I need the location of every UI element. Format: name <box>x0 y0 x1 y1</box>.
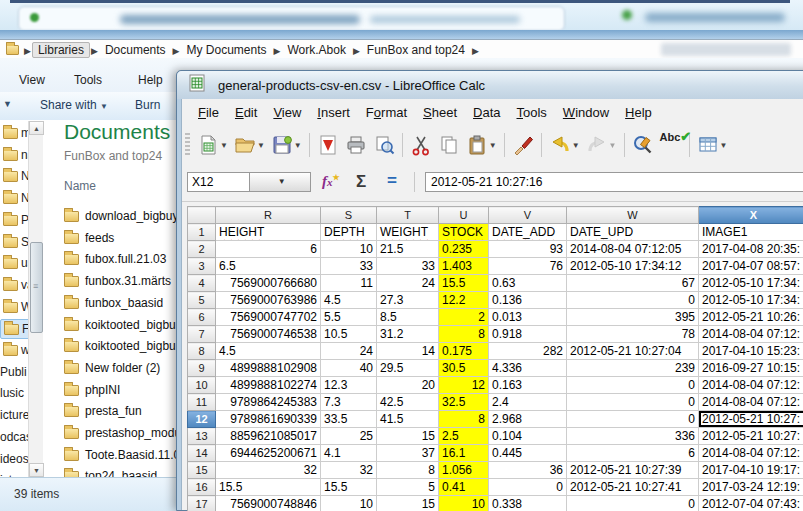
cell-U10[interactable]: 12 <box>439 377 489 394</box>
cell-W1[interactable]: DATE_UPD <box>567 224 699 241</box>
menu-format[interactable]: Format <box>358 102 415 123</box>
cell-U13[interactable]: 2.5 <box>439 428 489 445</box>
breadcrumb-arrow-icon[interactable]: ▶ <box>172 46 181 56</box>
breadcrumb-segment[interactable]: Documents <box>99 43 172 57</box>
cell-U17[interactable]: 10 <box>439 496 489 511</box>
cell-V1[interactable]: DATE_ADD <box>489 224 567 241</box>
breadcrumb-arrow-icon[interactable]: ▶ <box>23 46 32 56</box>
cell-X16[interactable]: 2017-03-24 12:19: <box>699 479 803 496</box>
scroll-down-icon[interactable]: ▼ <box>29 463 44 477</box>
cell-V10[interactable]: 0.163 <box>489 377 567 394</box>
cell-S10[interactable]: 12.3 <box>321 377 377 394</box>
cell-R9[interactable]: 4899888102908 <box>216 360 321 377</box>
breadcrumb-segment[interactable]: My Documents <box>181 43 273 57</box>
list-item[interactable]: feeds <box>64 229 185 247</box>
cell-U4[interactable]: 15.5 <box>439 275 489 292</box>
list-item[interactable]: fubox.full.21.03 <box>64 250 185 268</box>
table-button[interactable]: ▼ <box>695 132 730 158</box>
cell-V16[interactable]: 0 <box>489 479 567 496</box>
list-item[interactable]: top24_baasid <box>64 467 185 477</box>
row-header-16[interactable]: 16 <box>188 479 216 496</box>
menu-insert[interactable]: Insert <box>309 102 358 123</box>
cell-V13[interactable]: 0.104 <box>489 428 567 445</box>
sidebar-item-publi[interactable]: Publi <box>0 363 28 381</box>
redo-button[interactable]: ▼ <box>584 132 619 158</box>
formula-icon[interactable]: = <box>387 171 397 191</box>
cell-T2[interactable]: 21.5 <box>377 241 439 258</box>
list-item[interactable]: funbox.31.märts <box>64 272 185 290</box>
cell-R17[interactable]: 7569000748846 <box>216 496 321 511</box>
name-box[interactable]: X12 ▼ <box>187 172 311 192</box>
cell-W15[interactable]: 2012-05-21 10:27:39 <box>567 462 699 479</box>
cell-X17[interactable]: 2012-07-04 07:43: <box>699 496 803 511</box>
grid-corner[interactable] <box>188 207 216 224</box>
cell-U15[interactable]: 1.056 <box>439 462 489 479</box>
cell-T14[interactable]: 37 <box>377 445 439 462</box>
cell-X4[interactable]: 2012-05-10 17:34: <box>699 275 803 292</box>
cell-T7[interactable]: 31.2 <box>377 326 439 343</box>
cell-S4[interactable]: 11 <box>321 275 377 292</box>
chevron-down-icon[interactable]: ▼ <box>3 99 12 109</box>
sidebar-item-lusic[interactable]: lusic <box>0 384 28 402</box>
nav-scrollbar[interactable]: ▲ ▼ <box>28 121 43 477</box>
row-header-1[interactable]: 1 <box>188 224 216 241</box>
cell-W17[interactable]: 0 <box>567 496 699 511</box>
breadcrumb-arrow-icon[interactable]: ▶ <box>90 46 99 56</box>
cell-V12[interactable]: 2.968 <box>489 411 567 428</box>
cell-V8[interactable]: 282 <box>489 343 567 360</box>
print-preview-button[interactable] <box>371 132 397 158</box>
chevron-down-icon[interactable]: ▼ <box>257 141 265 150</box>
cell-X9[interactable]: 2016-09-27 10:15: <box>699 360 803 377</box>
cell-X1[interactable]: IMAGE1 <box>699 224 803 241</box>
sidebar-item-odcas[interactable]: odcas <box>0 428 28 446</box>
scroll-up-icon[interactable]: ▲ <box>29 121 44 135</box>
row-header-11[interactable]: 11 <box>188 394 216 411</box>
cell-T5[interactable]: 27.3 <box>377 292 439 309</box>
cell-S12[interactable]: 33.5 <box>321 411 377 428</box>
cell-U8[interactable]: 0.175 <box>439 343 489 360</box>
function-wizard-icon[interactable]: fx★ <box>322 173 340 190</box>
menu-edit[interactable]: Edit <box>227 102 265 123</box>
cell-U12[interactable]: 8 <box>439 411 489 428</box>
breadcrumb-arrow-icon[interactable]: ▶ <box>471 46 480 56</box>
clone-formatting-button[interactable] <box>510 132 536 158</box>
row-header-14[interactable]: 14 <box>188 445 216 462</box>
menu-sheet[interactable]: Sheet <box>415 102 465 123</box>
row-header-5[interactable]: 5 <box>188 292 216 309</box>
menu-help[interactable]: Help <box>138 73 163 87</box>
cell-V3[interactable]: 76 <box>489 258 567 275</box>
cell-R8[interactable]: 4.5 <box>216 343 321 360</box>
sidebar-item-usa[interactable]: usa <box>0 254 28 272</box>
list-item[interactable]: koiktooted_bigbu <box>64 337 185 355</box>
cell-S2[interactable]: 10 <box>321 241 377 258</box>
cell-S5[interactable]: 4.5 <box>321 292 377 309</box>
cut-button[interactable] <box>408 132 434 158</box>
row-header-8[interactable]: 8 <box>188 343 216 360</box>
list-item[interactable]: koiktooted_bigbu <box>64 316 185 334</box>
list-item[interactable]: presta_fun <box>64 402 185 420</box>
cell-T13[interactable]: 15 <box>377 428 439 445</box>
sidebar-item-wo[interactable]: Wo <box>0 298 28 316</box>
breadcrumb-segment[interactable]: Libraries <box>32 42 90 58</box>
row-header-6[interactable]: 6 <box>188 309 216 326</box>
cell-T12[interactable]: 41.5 <box>377 411 439 428</box>
column-header-U[interactable]: U <box>439 207 489 224</box>
cell-U11[interactable]: 32.5 <box>439 394 489 411</box>
sidebar-item-icture[interactable]: icture <box>0 406 28 424</box>
print-button[interactable] <box>343 132 369 158</box>
cell-W3[interactable]: 2012-05-10 17:34:12 <box>567 258 699 275</box>
sidebar-item-ma[interactable]: ma <box>0 124 28 142</box>
cell-T10[interactable]: 20 <box>377 377 439 394</box>
open-button[interactable]: ▼ <box>232 132 267 158</box>
cell-S11[interactable]: 7.3 <box>321 394 377 411</box>
cell-U16[interactable]: 0.41 <box>439 479 489 496</box>
cell-W13[interactable]: 336 <box>567 428 699 445</box>
chevron-down-icon[interactable]: ▼ <box>294 141 302 150</box>
search-box[interactable] <box>661 43 791 56</box>
cell-S14[interactable]: 4.1 <box>321 445 377 462</box>
cell-W10[interactable]: 0 <box>567 377 699 394</box>
cell-R15[interactable]: 32 <box>216 462 321 479</box>
row-header-13[interactable]: 13 <box>188 428 216 445</box>
menu-tools[interactable]: Tools <box>509 102 555 123</box>
sidebar-item-ne[interactable]: Ne <box>0 167 28 185</box>
